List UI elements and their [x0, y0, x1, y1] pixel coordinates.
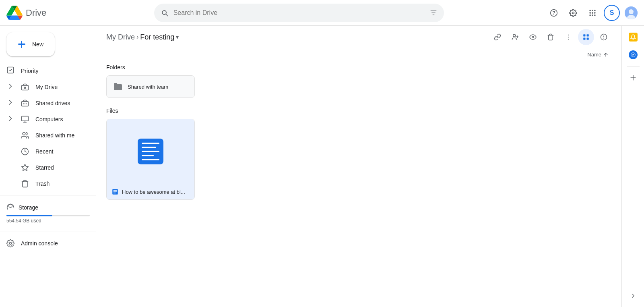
- sidebar-item-shared-with-me[interactable]: Shared with me: [0, 127, 91, 143]
- tasks-button[interactable]: [625, 47, 641, 63]
- content-header: My Drive › For testing ▾: [97, 26, 621, 48]
- svg-rect-7: [589, 15, 590, 16]
- search-area: [154, 4, 444, 22]
- sort-label: Name: [587, 52, 601, 58]
- file-preview-icon: [138, 139, 163, 164]
- folder-card[interactable]: Shared with team: [106, 75, 195, 98]
- notifications-button[interactable]: [625, 29, 641, 45]
- info-button[interactable]: [596, 29, 612, 45]
- svg-rect-4: [589, 12, 590, 13]
- delete-button[interactable]: [543, 29, 559, 45]
- sidebar-item-shared-drives[interactable]: Shared drives: [0, 95, 91, 111]
- priority-label: Priority: [21, 68, 39, 74]
- app-header: Drive: [0, 0, 644, 26]
- search-options-icon[interactable]: [429, 9, 438, 17]
- share-button[interactable]: [507, 29, 523, 45]
- preview-line-5: [142, 159, 159, 160]
- shared-drives-icon: [21, 99, 29, 107]
- search-input[interactable]: [173, 9, 425, 17]
- breadcrumb-current[interactable]: For testing ▾: [140, 33, 179, 41]
- breadcrumb-current-label: For testing: [140, 33, 174, 41]
- storage-section: Storage 554.54 GB used: [0, 199, 96, 228]
- admin-icon: [6, 239, 14, 247]
- expand-panel-button[interactable]: [625, 288, 641, 304]
- sidebar-item-trash[interactable]: Trash: [0, 176, 91, 192]
- my-drive-expand-icon: [6, 82, 14, 92]
- view-toggle-button[interactable]: [578, 29, 594, 45]
- shared-drives-label: Shared drives: [35, 100, 70, 106]
- svg-point-19: [26, 103, 27, 104]
- tasks-badge: [629, 50, 638, 59]
- sort-row: Name: [97, 48, 621, 61]
- app-title: Drive: [26, 8, 46, 18]
- trash-label: Trash: [35, 180, 50, 187]
- apps-button[interactable]: [584, 5, 601, 21]
- sort-button[interactable]: Name: [584, 50, 612, 59]
- right-panel: [621, 26, 644, 307]
- search-box[interactable]: [154, 4, 444, 22]
- expand-panel-icon: [630, 292, 637, 299]
- storage-label: Storage: [19, 204, 38, 211]
- sidebar-item-my-drive[interactable]: My Drive: [0, 79, 91, 95]
- my-drive-icon: [21, 83, 29, 91]
- storage-used-text: 554.54 GB used: [6, 218, 90, 224]
- breadcrumb: My Drive › For testing ▾: [106, 33, 179, 41]
- recent-icon: [21, 147, 29, 156]
- svg-point-31: [568, 39, 569, 39]
- file-card[interactable]: How to be awesome at bl...: [106, 119, 195, 200]
- svg-marker-23: [22, 164, 29, 171]
- shared-drives-expand-icon: [6, 98, 14, 108]
- storage-bar: [6, 215, 90, 216]
- file-preview: [107, 119, 194, 184]
- sidebar: New Priority My Dr: [0, 26, 97, 307]
- sidebar-item-priority[interactable]: Priority: [0, 63, 91, 79]
- copy-link-button[interactable]: [489, 29, 506, 45]
- sidebar-item-computers[interactable]: Computers: [0, 111, 91, 127]
- svg-rect-9: [594, 15, 595, 16]
- breadcrumb-separator: ›: [136, 33, 138, 41]
- computers-icon: [21, 115, 29, 123]
- help-button[interactable]: [546, 5, 562, 21]
- settings-button[interactable]: [565, 5, 581, 21]
- svg-point-21: [23, 133, 25, 135]
- add-panel-button[interactable]: [625, 70, 641, 86]
- computers-label: Computers: [35, 116, 63, 122]
- new-button[interactable]: New: [6, 32, 55, 56]
- new-button-label: New: [32, 41, 43, 48]
- sidebar-item-admin[interactable]: Admin console: [0, 235, 91, 251]
- drive-logo-icon: [6, 5, 23, 21]
- svg-point-28: [532, 36, 534, 38]
- expand-panel-area: [625, 288, 641, 304]
- svg-point-24: [10, 243, 12, 245]
- starred-icon: [21, 164, 29, 172]
- content-actions: [489, 29, 612, 45]
- sort-asc-icon: [603, 52, 609, 58]
- priority-icon: [6, 66, 14, 76]
- folders-section: Folders Shared with team: [97, 61, 621, 104]
- sidebar-item-starred[interactable]: Starred: [0, 160, 91, 176]
- svg-point-17: [23, 103, 24, 104]
- sidebar-item-recent[interactable]: Recent: [0, 143, 91, 160]
- user-avatar[interactable]: [625, 6, 638, 19]
- content-area: My Drive › For testing ▾: [97, 26, 621, 307]
- preview-button[interactable]: [525, 29, 541, 45]
- sidebar-divider-2: [0, 232, 96, 232]
- storage-icon: [6, 203, 14, 212]
- svg-rect-3: [594, 10, 595, 11]
- svg-rect-8: [592, 15, 593, 16]
- folder-name: Shared with team: [128, 84, 168, 90]
- preview-line-4: [142, 155, 154, 156]
- plus-icon: [16, 39, 27, 50]
- breadcrumb-parent[interactable]: My Drive: [106, 33, 135, 41]
- file-name-row: How to be awesome at bl...: [107, 184, 194, 199]
- svg-rect-14: [22, 85, 29, 90]
- more-options-button[interactable]: [560, 29, 576, 45]
- my-drive-label: My Drive: [35, 84, 58, 90]
- files-section: Files: [97, 104, 621, 206]
- shared-with-me-icon: [21, 131, 29, 139]
- files-section-title: Files: [106, 108, 612, 114]
- workspace-avatar[interactable]: S: [604, 5, 620, 21]
- svg-rect-5: [592, 12, 593, 13]
- header-actions: S: [546, 5, 638, 21]
- right-panel-divider: [627, 66, 640, 66]
